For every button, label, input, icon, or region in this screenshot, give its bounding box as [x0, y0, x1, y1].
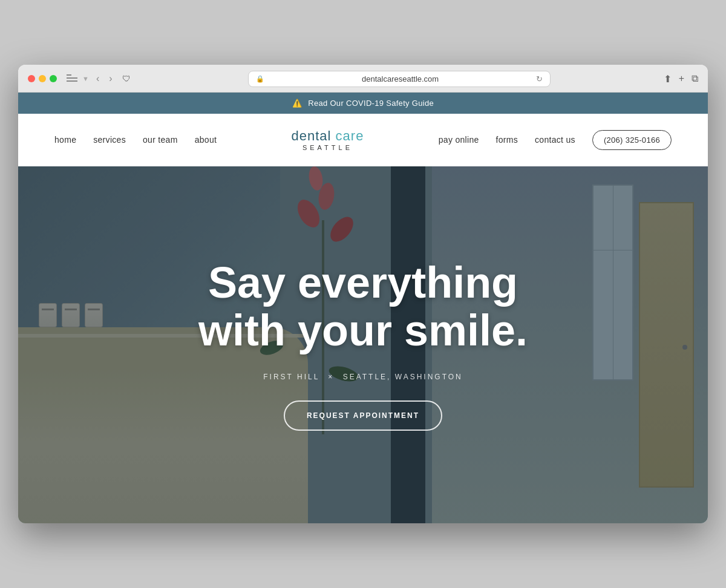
hero-content: Say everything with your smile. FIRST HI… [18, 166, 708, 523]
hero-location: FIRST HILL × SEATTLE, WASHINGTON [263, 373, 463, 381]
new-tab-button[interactable]: + [679, 73, 684, 84]
nav-forms[interactable]: forms [496, 135, 518, 145]
warning-icon: ⚠️ [292, 99, 302, 108]
nav-contact-us[interactable]: contact us [535, 135, 575, 145]
site-logo[interactable]: dental care SEATTLE [292, 128, 364, 152]
back-button[interactable]: ‹ [94, 72, 102, 85]
location-separator: × [328, 373, 334, 381]
phone-button[interactable]: (206) 325-0166 [592, 130, 672, 150]
close-button[interactable] [28, 75, 35, 82]
nav-home[interactable]: home [54, 135, 76, 145]
refresh-icon[interactable]: ↻ [536, 74, 543, 83]
share-button[interactable]: ⬆ [664, 73, 672, 85]
nav-about[interactable]: about [195, 135, 217, 145]
traffic-lights [28, 75, 57, 82]
hero-section: Say everything with your smile. FIRST HI… [18, 166, 708, 523]
nav-right-links: pay online forms contact us (206) 325-01… [439, 130, 672, 150]
minimize-button[interactable] [39, 75, 46, 82]
hero-headline-line2: with your smile. [198, 306, 528, 354]
location-part2: SEATTLE, WASHINGTON [343, 373, 463, 381]
nav-left-links: home services our team about [54, 135, 217, 145]
sidebar-toggle[interactable] [67, 74, 77, 83]
main-nav: home services our team about dental care… [18, 114, 708, 167]
forward-button[interactable]: › [106, 72, 114, 85]
banner-text: Read Our COVID-19 Safety Guide [308, 99, 434, 108]
hero-headline: Say everything with your smile. [198, 259, 528, 354]
browser-window: ▼ ‹ › 🛡 🔒 dentalcareseattle.com ↻ ⬆ + ⧉ … [18, 65, 708, 524]
lock-icon: 🔒 [256, 75, 264, 83]
browser-chrome: ▼ ‹ › 🛡 🔒 dentalcareseattle.com ↻ ⬆ + ⧉ [18, 65, 708, 93]
logo-care: care [336, 128, 364, 143]
tabs-overview-button[interactable]: ⧉ [692, 73, 698, 84]
maximize-button[interactable] [50, 75, 57, 82]
browser-nav-controls: ▼ ‹ › [67, 72, 115, 85]
logo-bottom-text: SEATTLE [292, 144, 364, 152]
browser-chevron-icon: ▼ [82, 75, 89, 82]
address-bar[interactable]: 🔒 dentalcareseattle.com ↻ [248, 71, 551, 87]
browser-action-buttons: ⬆ + ⧉ [664, 73, 698, 85]
website-content: ⚠️ Read Our COVID-19 Safety Guide home s… [18, 93, 708, 524]
covid-banner[interactable]: ⚠️ Read Our COVID-19 Safety Guide [18, 93, 708, 114]
shield-icon: 🛡 [122, 74, 131, 83]
logo-top-text: dental care [292, 128, 364, 144]
nav-pay-online[interactable]: pay online [439, 135, 479, 145]
nav-our-team[interactable]: our team [143, 135, 178, 145]
nav-services[interactable]: services [93, 135, 126, 145]
hero-headline-line1: Say everything [208, 258, 518, 307]
url-text: dentalcareseattle.com [268, 74, 532, 83]
request-appointment-button[interactable]: REQUEST APPOINTMENT [284, 400, 442, 431]
location-part1: FIRST HILL [263, 373, 319, 381]
logo-dental: dental [292, 128, 336, 143]
